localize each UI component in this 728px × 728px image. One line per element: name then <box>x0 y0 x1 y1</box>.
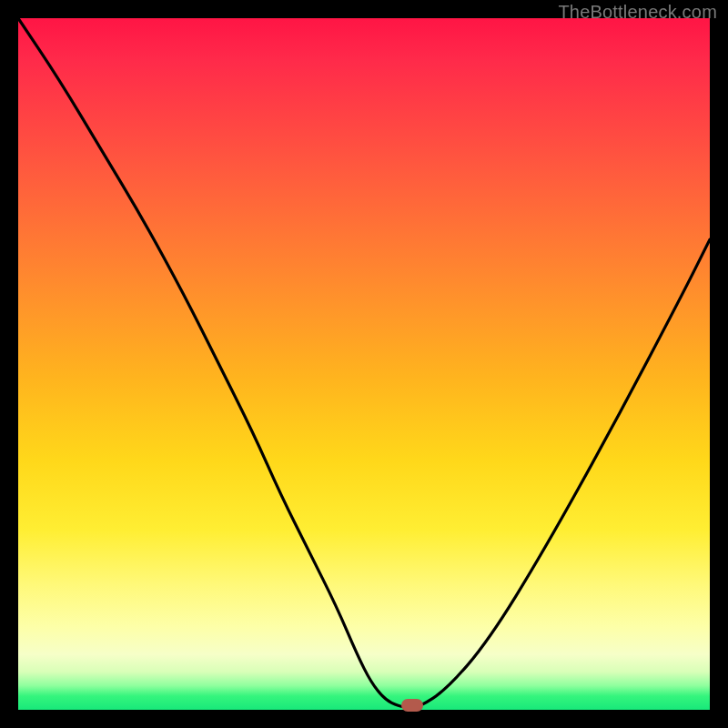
watermark-text: TheBottleneck.com <box>558 2 717 23</box>
chart-frame: TheBottleneck.com <box>0 0 728 728</box>
optimum-marker <box>401 699 423 712</box>
plot-gradient-background <box>18 18 710 710</box>
